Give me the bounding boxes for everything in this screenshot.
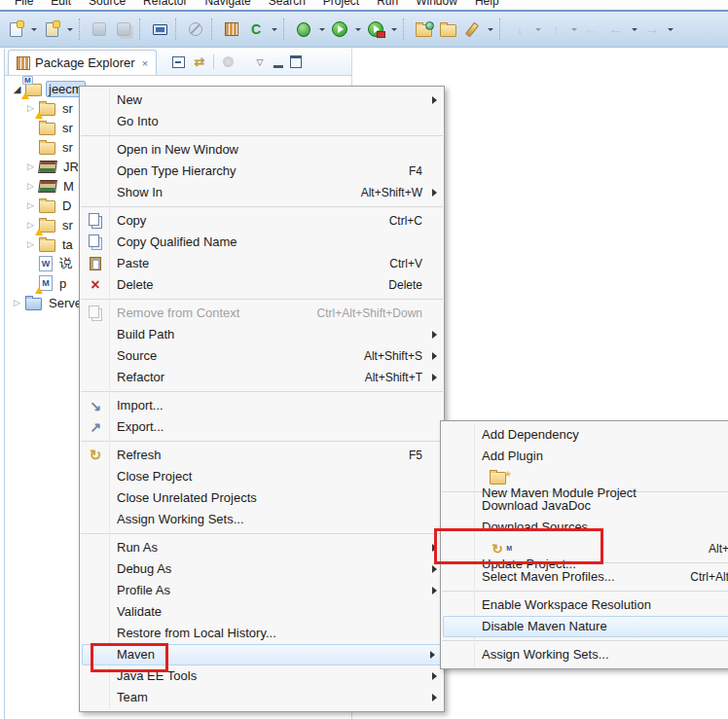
submenu-item-select-maven-profiles[interactable]: Select Maven Profiles...Ctrl+Alt [441, 566, 728, 588]
new-java-project-dropdown-icon[interactable] [64, 18, 75, 41]
highlight-button[interactable] [460, 18, 484, 41]
menu-item-remove-from-context: Remove from ContextCtrl+Alt+Shift+Down [80, 303, 444, 324]
menu-item-assign-working-sets[interactable]: Assign Working Sets... [80, 509, 444, 530]
expand-arrow-icon[interactable]: ▷ [24, 239, 37, 249]
toolbar-separator [499, 18, 504, 40]
focus-button[interactable] [219, 54, 237, 70]
link-with-editor-icon[interactable]: ⇄ [191, 54, 208, 70]
menu-project[interactable]: Project [314, 0, 368, 8]
menu-item-build-path[interactable]: Build Path [80, 324, 444, 345]
menu-item-import[interactable]: ↘Import... [80, 395, 444, 416]
menu-item-go-into[interactable]: Go Into [80, 111, 444, 132]
expand-arrow-icon[interactable]: ▷ [24, 181, 37, 191]
open-type-button[interactable] [412, 18, 435, 41]
maximize-button[interactable] [287, 54, 305, 70]
menu-item-new[interactable]: New [80, 90, 444, 111]
menu-item-debug-as[interactable]: Debug As [80, 558, 444, 580]
toolbar-separator [139, 18, 144, 40]
menu-item-validate[interactable]: Validate [80, 601, 444, 623]
toggle-occurrences-button[interactable] [184, 18, 207, 41]
submenu-item-add-dependency[interactable]: Add Dependency [441, 424, 728, 446]
expand-arrow-icon[interactable]: ▷ [11, 298, 23, 307]
coverage-dropdown-icon[interactable] [269, 18, 279, 41]
debug-button[interactable] [292, 18, 315, 41]
menu-item-copy[interactable]: CopyCtrl+C [80, 210, 444, 232]
save-all-button[interactable] [112, 18, 135, 41]
save-button[interactable] [88, 18, 111, 41]
menu-item-delete[interactable]: ×DeleteDelete [80, 274, 444, 296]
expand-arrow-icon[interactable]: ▷ [24, 200, 37, 210]
open-console-button[interactable] [148, 18, 171, 41]
menu-item-paste[interactable]: PasteCtrl+V [80, 253, 444, 274]
submenu-item-new-maven-module-project[interactable]: ★New Maven Module Project [441, 467, 728, 488]
menu-item-refactor[interactable]: RefactorAlt+Shift+T [80, 367, 444, 388]
last-edit-location-button[interactable]: ← [580, 18, 603, 41]
back-dropdown-icon[interactable] [629, 18, 639, 41]
profile-button[interactable] [364, 18, 387, 41]
menu-item-copy-qualified-name[interactable]: Copy Qualified Name [80, 232, 444, 253]
highlight-dropdown-icon[interactable] [485, 18, 495, 41]
submenu-arrow-icon [432, 374, 437, 381]
new-package-button[interactable] [220, 18, 243, 41]
submenu-item-disable-maven-nature[interactable]: Disable Maven Nature [443, 616, 728, 637]
forward-button[interactable]: → [640, 18, 664, 41]
profile-icon [368, 21, 383, 37]
menu-separator [81, 533, 443, 534]
new-dropdown-icon[interactable] [28, 18, 39, 41]
folder-icon [39, 198, 55, 213]
menu-item-export[interactable]: ↗Export... [80, 416, 444, 438]
tab-package-explorer[interactable]: Package Explorer × [8, 50, 157, 75]
close-icon[interactable]: × [142, 57, 148, 69]
debug-icon [297, 22, 310, 37]
tree-item-label: sr [59, 139, 76, 156]
view-menu-icon[interactable]: ▽ [251, 54, 269, 70]
menu-item-team[interactable]: Team [80, 687, 444, 708]
submenu-item-add-plugin[interactable]: Add Plugin [441, 446, 728, 467]
back-button[interactable]: ← [604, 18, 628, 41]
previous-annotation-dropdown-icon[interactable] [568, 18, 579, 41]
new-button[interactable] [4, 18, 27, 41]
submenu-arrow-icon [432, 189, 437, 197]
menu-help[interactable]: Help [466, 0, 508, 8]
menu-item-show-in[interactable]: Show InAlt+Shift+W [80, 182, 444, 203]
menu-bar: FileEditSourceRefactorNavigateSearchProj… [0, 0, 728, 12]
open-resource-button[interactable] [436, 18, 459, 41]
coverage-button[interactable]: C [244, 18, 268, 41]
submenu-item-assign-working-sets[interactable]: Assign Working Sets... [441, 644, 728, 665]
menu-edit[interactable]: Edit [42, 0, 80, 8]
forward-dropdown-icon[interactable] [665, 18, 675, 41]
menu-item-open-type-hierarchy[interactable]: Open Type HierarchyF4 [80, 161, 444, 182]
menu-item-source[interactable]: SourceAlt+Shift+S [80, 345, 444, 367]
profile-dropdown-icon[interactable] [388, 18, 399, 41]
menu-navigate[interactable]: Navigate [196, 0, 259, 8]
debug-dropdown-icon[interactable] [316, 18, 327, 41]
submenu-item-download-javadoc[interactable]: Download JavaDoc [441, 495, 728, 517]
menu-item-run-as[interactable]: Run As [80, 537, 444, 558]
expand-arrow-icon[interactable]: ▷ [24, 162, 37, 171]
next-annotation-icon: ↓ [517, 22, 524, 37]
menu-item-open-in-new-window[interactable]: Open in New Window [80, 139, 444, 161]
package-explorer-header: Package Explorer × ⇄ ▽ [5, 49, 351, 76]
run-dropdown-icon[interactable] [352, 18, 363, 41]
menu-window[interactable]: Window [407, 0, 466, 8]
submenu-item-enable-workspace-resolution[interactable]: Enable Workspace Resolution [441, 594, 728, 616]
menu-item-refresh[interactable]: ↻RefreshF5 [80, 445, 444, 466]
next-annotation-button[interactable]: ↓ [508, 18, 531, 41]
folder-icon [39, 217, 55, 233]
collapse-all-button[interactable] [169, 54, 187, 70]
next-annotation-dropdown-icon[interactable] [532, 18, 543, 41]
menu-refactor[interactable]: Refactor [134, 0, 196, 8]
menu-run[interactable]: Run [368, 0, 407, 8]
menu-item-close-unrelated-projects[interactable]: Close Unrelated Projects [80, 487, 444, 509]
menu-search[interactable]: Search [260, 0, 314, 8]
menu-file[interactable]: File [6, 0, 42, 8]
new-java-project-button[interactable] [40, 18, 63, 41]
previous-annotation-button[interactable]: ↑ [544, 18, 567, 41]
minimize-button[interactable] [270, 54, 287, 70]
menu-item-close-project[interactable]: Close Project [80, 466, 444, 487]
menu-item-profile-as[interactable]: Profile As [80, 580, 444, 601]
run-button[interactable] [328, 18, 351, 41]
menu-source[interactable]: Source [80, 0, 134, 8]
paste-icon [86, 256, 105, 271]
menu-item-restore-from-local-history[interactable]: Restore from Local History... [80, 623, 444, 644]
